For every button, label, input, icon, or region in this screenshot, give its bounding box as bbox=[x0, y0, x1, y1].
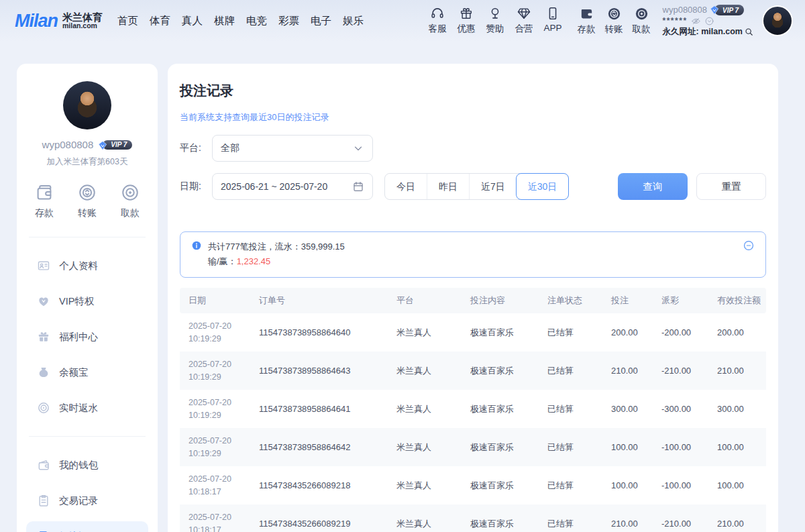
search-icon[interactable] bbox=[744, 27, 754, 37]
cell-platform: 米兰真人 bbox=[391, 504, 465, 532]
cell-date: 2025-07-20 bbox=[189, 396, 248, 409]
quick-date-0[interactable]: 今日 bbox=[385, 174, 427, 199]
cell-payout: -210.00 bbox=[656, 352, 712, 390]
nav-item-2[interactable]: 真人 bbox=[182, 14, 203, 28]
cell-order: 1154738435266089218 bbox=[254, 466, 391, 504]
cell-order: 1154738738958864641 bbox=[254, 390, 391, 428]
sidebar-action-transfer[interactable]: 转账 bbox=[77, 182, 97, 219]
sidebar-action-withdraw[interactable]: 取款 bbox=[120, 182, 140, 219]
cell-valid: 100.00 bbox=[712, 466, 766, 504]
sidebar-action-deposit[interactable]: 存款 bbox=[34, 182, 54, 219]
col-header-3: 投注内容 bbox=[465, 288, 542, 313]
header-user-block: wyp080808 VIP 7 ****** 永久网址: milan.com bbox=[663, 5, 754, 38]
cell-valid: 210.00 bbox=[712, 504, 766, 532]
sidebar: wyp080808 VIP 7 加入米兰体育第603天 存款转账取款 个人资料V… bbox=[17, 64, 158, 532]
permanent-url-label: 永久网址: milan.com bbox=[663, 26, 743, 37]
sidebar-menu-secondary: 我的钱包交易记录投注记录 bbox=[25, 450, 150, 532]
quick-date-1[interactable]: 昨日 bbox=[427, 174, 469, 199]
header-link-deposit[interactable]: 存款 bbox=[574, 6, 600, 36]
site-logo[interactable]: Milan 米兰体育 milan.com bbox=[15, 11, 103, 32]
cell-date: 2025-07-20 bbox=[189, 473, 248, 486]
sidebar-item-moneybag[interactable]: 余额宝 bbox=[26, 358, 148, 387]
col-header-4: 注单状态 bbox=[542, 288, 606, 313]
deposit-solid-icon bbox=[579, 6, 594, 21]
cell-platform: 米兰真人 bbox=[391, 352, 465, 390]
sidebar-avatar bbox=[63, 81, 111, 129]
cell-bet: 210.00 bbox=[606, 504, 656, 532]
cell-payout: -100.00 bbox=[656, 428, 712, 466]
table-head-row: 日期订单号平台投注内容注单状态投注派彩有效投注额 bbox=[180, 288, 766, 313]
sidebar-item-label: 投注记录 bbox=[59, 530, 98, 532]
nav-item-6[interactable]: 电子 bbox=[311, 14, 331, 28]
nav-item-4[interactable]: 电竞 bbox=[246, 14, 267, 28]
nav-item-0[interactable]: 首页 bbox=[117, 14, 138, 28]
cell-valid: 210.00 bbox=[712, 352, 766, 390]
table-row: 2025-07-2010:19:291154738738958864641米兰真… bbox=[180, 390, 766, 428]
vip-badge: VIP 7 bbox=[714, 5, 744, 15]
header-link-withdraw[interactable]: 取款 bbox=[629, 6, 655, 36]
info-icon bbox=[191, 240, 202, 251]
quick-date-2[interactable]: 近7日 bbox=[469, 174, 517, 199]
eye-off-icon[interactable] bbox=[691, 16, 701, 26]
header-avatar[interactable] bbox=[762, 5, 793, 36]
cell-valid: 200.00 bbox=[712, 313, 766, 352]
sidebar-quick-actions: 存款转账取款 bbox=[25, 182, 150, 219]
header-link-gem[interactable]: 合营 bbox=[511, 6, 538, 35]
sidebar-joined-days: 加入米兰体育第603天 bbox=[25, 156, 150, 168]
nav-item-7[interactable]: 娱乐 bbox=[343, 14, 364, 28]
cell-bet: 100.00 bbox=[606, 466, 656, 504]
sidebar-item-vip[interactable]: VIP特权 bbox=[26, 286, 148, 316]
cell-platform: 米兰真人 bbox=[391, 428, 465, 466]
summary-line2: 输/赢：1,232.45 bbox=[208, 254, 345, 269]
col-header-0: 日期 bbox=[180, 288, 254, 313]
cell-order: 1154738738958864642 bbox=[254, 428, 391, 466]
sidebar-action-label: 取款 bbox=[121, 207, 140, 219]
nav-item-3[interactable]: 棋牌 bbox=[214, 14, 235, 28]
page-subtitle: 当前系统支持查询最近30日的投注记录 bbox=[180, 111, 766, 123]
cell-datetime: 2025-07-2010:19:29 bbox=[180, 428, 254, 466]
table-body: 2025-07-2010:19:291154738738958864640米兰真… bbox=[180, 313, 766, 532]
sidebar-item-records[interactable]: 交易记录 bbox=[26, 486, 148, 515]
date-range-input[interactable]: 2025-06-21 ~ 2025-07-20 bbox=[212, 173, 373, 200]
cell-content: 极速百家乐 bbox=[465, 313, 542, 352]
sidebar-item-rebate[interactable]: 实时返水 bbox=[26, 393, 148, 423]
page-title: 投注记录 bbox=[180, 82, 766, 100]
sidebar-item-welfare[interactable]: 福利中心 bbox=[26, 322, 148, 352]
rebate-icon bbox=[37, 401, 50, 415]
cell-bet: 210.00 bbox=[606, 352, 656, 390]
loss-label: 输/赢： bbox=[208, 256, 237, 266]
header-link-medal[interactable]: 赞助 bbox=[482, 6, 509, 35]
sidebar-item-profile[interactable]: 个人资料 bbox=[26, 251, 148, 280]
main-nav: 首页体育真人棋牌电竞彩票电子娱乐 bbox=[117, 14, 364, 28]
cell-status: 已结算 bbox=[542, 466, 606, 504]
loss-value: 1,232.45 bbox=[237, 256, 271, 266]
date-filter-row: 日期: 2025-06-21 ~ 2025-07-20 今日昨日近7日近30日 … bbox=[180, 173, 766, 200]
cell-time: 10:18:17 bbox=[189, 524, 248, 532]
header-link-gift[interactable]: 优惠 bbox=[453, 6, 480, 35]
transfer-icon bbox=[77, 182, 97, 203]
sidebar-item-wallet[interactable]: 我的钱包 bbox=[26, 450, 148, 480]
nav-item-1[interactable]: 体育 bbox=[150, 14, 170, 28]
cell-order: 1154738738958864640 bbox=[254, 313, 391, 352]
calendar-icon bbox=[352, 180, 364, 193]
query-button[interactable]: 查询 bbox=[618, 173, 688, 200]
quick-date-3[interactable]: 近30日 bbox=[516, 173, 570, 200]
header-right: 客服优惠赞助合营APP 存款转账取款 wyp080808 VIP 7 *****… bbox=[424, 5, 793, 38]
cell-time: 10:19:29 bbox=[189, 447, 248, 460]
header-link-phone[interactable]: APP bbox=[539, 6, 567, 35]
phone-icon bbox=[545, 6, 560, 21]
cell-content: 极速百家乐 bbox=[465, 390, 542, 428]
header-link-transfer[interactable]: 转账 bbox=[601, 6, 627, 36]
sidebar-item-bets[interactable]: 投注记录 bbox=[26, 521, 148, 532]
sidebar-menu-primary: 个人资料VIP特权福利中心余额宝实时返水 bbox=[25, 251, 150, 423]
nav-item-5[interactable]: 彩票 bbox=[278, 14, 299, 28]
header-link-headset[interactable]: 客服 bbox=[424, 6, 451, 35]
platform-select[interactable]: 全部 bbox=[212, 135, 373, 162]
logo-name-cn: 米兰体育 bbox=[62, 12, 103, 23]
cell-datetime: 2025-07-2010:19:29 bbox=[180, 390, 254, 428]
cell-status: 已结算 bbox=[542, 352, 606, 390]
chevron-circle-icon[interactable] bbox=[704, 16, 714, 26]
reset-button[interactable]: 重置 bbox=[696, 173, 766, 200]
cell-valid: 100.00 bbox=[712, 428, 766, 466]
collapse-icon[interactable] bbox=[743, 240, 755, 252]
